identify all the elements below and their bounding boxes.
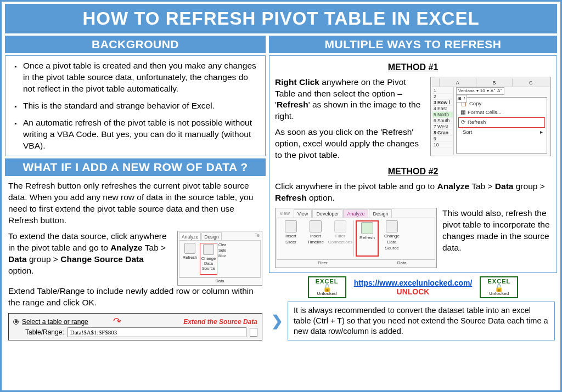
chevron-right-icon: ▸	[540, 129, 543, 136]
b-change: Change Source Data	[60, 254, 144, 264]
text: group >	[513, 181, 544, 191]
background-bullets: Once a pivot table is created and then y…	[11, 60, 260, 151]
newrow-content: The Refresh button only refreshes the cu…	[5, 178, 266, 343]
b-data: Data	[495, 181, 514, 191]
change-data-ribbon-btn: Change Data Source	[380, 220, 403, 256]
font-name: Verdana	[458, 88, 475, 94]
b-analyze: Analyze	[110, 243, 143, 252]
b-analyze: Analyze	[437, 181, 470, 191]
rib-tab-view: View	[294, 209, 312, 218]
methods-box: METHOD #1 Right Click anywhere on the Pi…	[269, 55, 557, 273]
format-icon: ▦	[460, 109, 465, 116]
tip-box: It is always recommended to convert the …	[288, 302, 555, 340]
row-headers: 1 2 3 Row l 4 East 5 North 6 South 7 Wes…	[432, 87, 454, 155]
r1: 1	[432, 88, 453, 94]
newrow-p3: Extend Table/Range to include newly adde…	[8, 286, 262, 309]
b-rightclick: Right Click	[275, 77, 319, 87]
r4: 4 East	[432, 106, 453, 112]
main-title: HOW TO REFRESH PIVOT TABLE IN EXCEL	[5, 4, 557, 33]
tip-row: ❯ It is always recommended to convert th…	[269, 302, 557, 340]
range-input-row: Table/Range: Data!$A$1:$F$803	[13, 327, 257, 337]
refresh-icon	[361, 222, 373, 234]
increase-icon: A˄	[491, 88, 496, 94]
analyze-ribbon-image: Analyze Design Te Refresh Change Data So…	[177, 231, 262, 286]
r3: 3 Row l	[432, 100, 453, 106]
refresh-ribbon-btn: Refresh	[356, 220, 379, 256]
right-click-image: A B C Verdana▾ 10▾ A˄ A˅ BI	[430, 77, 551, 156]
col-b: B	[476, 78, 513, 87]
logo-text-bot: Unlocked	[317, 292, 337, 296]
rib-tab-view1: view	[277, 209, 293, 218]
change-data-btn: Change Data Source	[200, 243, 217, 275]
col-a: A	[440, 78, 476, 87]
r7: 7 West	[432, 124, 453, 130]
label: Refresh	[183, 255, 197, 260]
tab-overflow: Te	[222, 232, 261, 240]
r6: 6 South	[432, 118, 453, 124]
logo-right: EXCEL 🔓 Unlocked	[480, 276, 518, 298]
b-data: Data	[8, 254, 27, 264]
mini-toolbar-2: BI	[456, 95, 467, 103]
arrow-icon: ↷	[113, 315, 121, 327]
label: Sort	[463, 129, 472, 136]
rib-tab-analyze: Analyze	[343, 209, 368, 218]
insert-timeline-btn: Insert Timeline	[304, 220, 327, 256]
background-header: BACKGROUND	[5, 36, 266, 53]
background-box: Once a pivot table is created and then y…	[5, 55, 266, 156]
insert-slicer-btn: Insert Slicer	[279, 220, 302, 256]
text: option.	[8, 266, 34, 275]
font-size: 10	[480, 88, 485, 94]
bullet-2: This is the standard and strange behavio…	[14, 100, 260, 112]
filter-group-label: Filter	[277, 259, 369, 267]
text: Tab >	[143, 243, 166, 252]
filter-conn-btn: Filter Connections	[329, 220, 352, 256]
ribbon-tabs: view View Developer Analyze Design	[277, 209, 435, 218]
label: Filter Connections	[328, 234, 352, 246]
label: Insert Slicer	[279, 234, 302, 246]
m2-side-text: This would also, refresh the pivot table…	[442, 208, 551, 254]
r5: 5 North	[432, 112, 453, 118]
analyze-group-label: Data	[179, 277, 261, 284]
col-headers: A B C	[432, 78, 549, 87]
bold-icon: B	[458, 96, 462, 102]
radio-label: Select a table or range	[22, 318, 88, 326]
corner	[432, 78, 440, 87]
bullet-1: Once a pivot table is created and then y…	[14, 60, 260, 95]
mini-toolbar: Verdana▾ 10▾ A˄ A˅	[456, 87, 504, 95]
mov: Mov	[218, 254, 233, 258]
footer-url[interactable]: https://www.excelunlocked.com/	[354, 279, 473, 287]
table-range-dialog: Select a table or range Extend the Sourc…	[8, 313, 262, 340]
page-container: HOW TO REFRESH PIVOT TABLE IN EXCEL BACK…	[0, 0, 562, 392]
m1-body: 1 2 3 Row l 4 East 5 North 6 South 7 Wes…	[432, 87, 549, 155]
extend-source-label: Extend the Source Data	[183, 318, 257, 326]
refresh-icon	[184, 243, 195, 254]
refresh-btn-small: Refresh	[181, 243, 199, 275]
menu-sort: Sort▸	[458, 128, 545, 137]
r10: 10	[432, 142, 453, 148]
table-range-label: Table/Range:	[25, 328, 64, 336]
method1-row: Right Click anywhere on the Pivot Table …	[275, 77, 551, 161]
label: Format Cells...	[468, 109, 502, 116]
analyze-tabs: Analyze Design Te	[179, 232, 261, 240]
refresh-icon: ⟳	[461, 119, 465, 126]
left-column: BACKGROUND Once a pivot table is created…	[5, 36, 266, 388]
text: Tab >	[469, 181, 495, 191]
radio-row: Select a table or range Extend the Sourc…	[13, 318, 257, 326]
menu-copy: 📋Copy	[458, 99, 545, 109]
footer-links: https://www.excelunlocked.com/ UNLOCK	[354, 279, 473, 296]
ways-header: MULTIPLE WAYS TO REFRESH	[269, 36, 557, 53]
change-data-icon	[386, 220, 398, 232]
design-tab: Design	[201, 232, 221, 240]
method1-text: Right Click anywhere on the Pivot Table …	[275, 77, 425, 161]
col-c: C	[513, 78, 549, 87]
analyze-tab-active: Analyze	[179, 232, 201, 240]
clea: Clea	[218, 243, 233, 247]
sele: Sele	[218, 248, 233, 252]
ribbon-image: view View Developer Analyze Design Inser…	[275, 208, 437, 268]
menu-refresh: ⟳Refresh	[458, 117, 545, 128]
text: Click anywhere in the pivot table and go…	[275, 181, 437, 191]
label: Insert Timeline	[304, 234, 327, 246]
text: group >	[27, 254, 61, 264]
rib-tab-design: Design	[369, 209, 392, 218]
table-range-value: Data!$A$1:$F$803	[68, 327, 246, 337]
